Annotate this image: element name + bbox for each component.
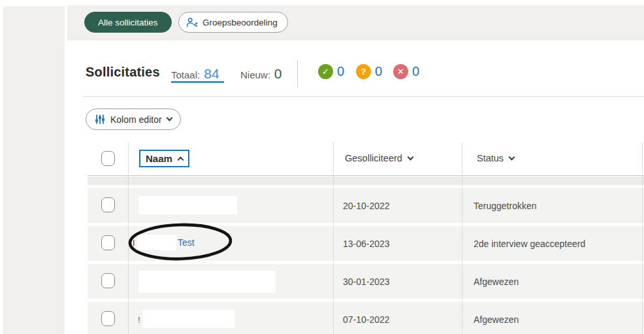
name-redaction: [138, 196, 237, 214]
chevron-down-icon: [166, 115, 172, 122]
column-divider: [462, 143, 462, 334]
approved-badge[interactable]: ✓ 0: [318, 64, 344, 79]
column-divider: [333, 143, 334, 334]
table-row[interactable]: 30-01-2023 Afgewezen: [88, 264, 644, 299]
name-redaction: [137, 235, 176, 250]
total-value: 84: [204, 66, 219, 82]
table-row[interactable]: I Test 13-06-2023 2de interview geaccept…: [88, 226, 644, 261]
partial-row: [88, 176, 644, 185]
group-review-label: Groepsbeoordeling: [202, 18, 278, 27]
rejected-count: 0: [412, 64, 419, 79]
cross-icon: ✕: [393, 64, 408, 79]
column-divider: [642, 143, 643, 334]
all-applications-label: Alle sollicitaties: [98, 18, 158, 27]
name-redaction: [142, 310, 234, 328]
applied-date: 07-10-2022: [343, 314, 390, 325]
approved-count: 0: [337, 64, 344, 79]
status-text: 2de interview geaccepteerd: [474, 239, 585, 249]
total-label: Totaal:: [171, 69, 200, 80]
check-icon: ✓: [318, 64, 333, 79]
column-header-naam[interactable]: Naam: [139, 150, 189, 167]
sort-asc-icon: [177, 157, 184, 163]
table-row[interactable]: ! 07-10-2022 Afgewezen: [88, 302, 644, 334]
sliders-icon: [95, 114, 105, 125]
applied-date: 20-10-2022: [343, 201, 390, 211]
column-divider: [128, 143, 129, 334]
question-icon: ?: [356, 64, 371, 79]
name-prefix: I: [133, 238, 135, 248]
applicant-name-link[interactable]: Test: [178, 237, 195, 248]
total-stat[interactable]: Totaal: 84: [171, 66, 219, 82]
undecided-count: 0: [375, 64, 382, 79]
page-title: Sollicitaties: [86, 65, 160, 80]
column-header-status[interactable]: Status: [477, 153, 514, 163]
name-prefix: !: [138, 315, 140, 325]
status-text: Afgewezen: [474, 276, 519, 287]
new-value: 0: [274, 66, 282, 82]
chevron-down-icon: [509, 154, 515, 160]
row-checkbox[interactable]: [101, 311, 115, 326]
summary-divider: [297, 60, 298, 88]
applied-date: 30-01-2023: [343, 276, 390, 287]
row-checkbox[interactable]: [101, 235, 115, 250]
column-editor-button[interactable]: Kolom editor: [86, 109, 181, 130]
naam-header-label: Naam: [146, 153, 172, 164]
status-text: Afgewezen: [474, 314, 519, 325]
row-checkbox[interactable]: [101, 273, 115, 288]
all-applications-pill[interactable]: Alle sollicitaties: [84, 12, 172, 33]
page-root: Alle sollicitaties Groepsbeoordeling Sol…: [0, 0, 644, 334]
table-header-border: [88, 175, 644, 176]
left-gutter: [3, 7, 65, 334]
name-redaction: [138, 271, 276, 293]
chevron-down-icon: [407, 154, 413, 160]
column-editor-label: Kolom editor: [110, 114, 162, 125]
row-checkbox[interactable]: [101, 197, 115, 212]
rejected-badge[interactable]: ✕ 0: [393, 64, 419, 79]
new-label: Nieuw:: [240, 69, 270, 80]
group-review-icon: [186, 17, 199, 28]
gesolliciteerd-header-label: Gesolliciteerd: [345, 153, 402, 163]
section-divider: [83, 96, 644, 97]
group-review-pill[interactable]: Groepsbeoordeling: [178, 12, 288, 33]
select-all-checkbox[interactable]: [101, 151, 115, 166]
undecided-badge[interactable]: ? 0: [356, 64, 382, 79]
table-row[interactable]: 20-10-2022 Teruggetrokken: [88, 188, 644, 223]
applied-date: 13-06-2023: [343, 239, 390, 249]
new-stat[interactable]: Nieuw: 0: [240, 66, 282, 82]
column-header-gesolliciteerd[interactable]: Gesolliciteerd: [345, 153, 413, 163]
status-text: Teruggetrokken: [474, 201, 537, 211]
total-active-underline: [171, 81, 224, 83]
status-header-label: Status: [477, 153, 504, 163]
